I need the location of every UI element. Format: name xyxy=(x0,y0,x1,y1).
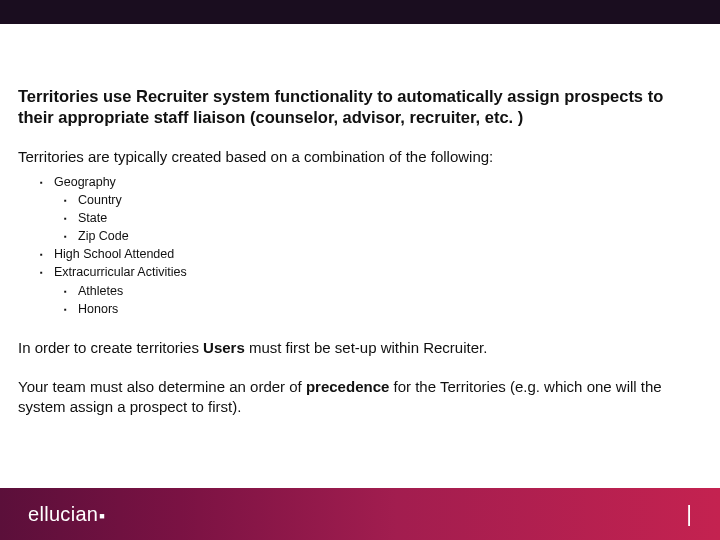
list-item: Extracurricular Activities Athletes Hono… xyxy=(54,263,702,317)
list-item: State xyxy=(78,209,702,227)
list-item: Athletes xyxy=(78,282,702,300)
list-item: High School Attended xyxy=(54,245,702,263)
list-text: Athletes xyxy=(78,284,123,298)
list-item: Geography Country State Zip Code xyxy=(54,173,702,246)
slide-content: Territories use Recruiter system functio… xyxy=(0,86,720,416)
brand-logo: ellucian■ xyxy=(28,503,105,526)
brand-text: ellucian xyxy=(28,503,98,525)
top-bar xyxy=(0,0,720,24)
list-text: Zip Code xyxy=(78,229,129,243)
list-text: High School Attended xyxy=(54,247,174,261)
brand-dot-icon: ■ xyxy=(99,511,105,521)
text-run: In order to create territories xyxy=(18,339,203,356)
sub-list: Athletes Honors xyxy=(54,282,702,318)
sub-list: Country State Zip Code xyxy=(54,191,702,245)
list-text: Country xyxy=(78,193,122,207)
list-text: Geography xyxy=(54,175,116,189)
headline: Territories use Recruiter system functio… xyxy=(18,86,702,127)
list-text: Honors xyxy=(78,302,118,316)
list-text: State xyxy=(78,211,107,225)
footer: ellucian■ | xyxy=(0,488,720,540)
list-item: Zip Code xyxy=(78,227,702,245)
bold-users: Users xyxy=(203,339,245,356)
divider-icon: | xyxy=(686,501,692,527)
text-run: must first be set-up within Recruiter. xyxy=(245,339,488,356)
precedence-paragraph: Your team must also determine an order o… xyxy=(18,377,702,416)
criteria-list: Geography Country State Zip Code High Sc… xyxy=(18,173,702,318)
list-text: Extracurricular Activities xyxy=(54,265,187,279)
bold-precedence: precedence xyxy=(306,378,389,395)
users-paragraph: In order to create territories Users mus… xyxy=(18,338,702,358)
intro-paragraph: Territories are typically created based … xyxy=(18,147,702,167)
list-item: Country xyxy=(78,191,702,209)
text-run: Your team must also determine an order o… xyxy=(18,378,306,395)
list-item: Honors xyxy=(78,300,702,318)
